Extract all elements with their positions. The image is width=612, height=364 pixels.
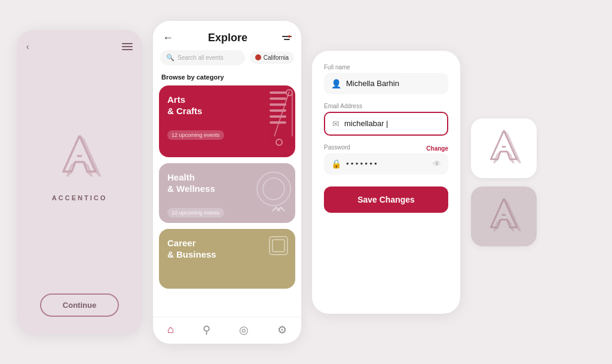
logo-area: ACCENTICO — [52, 131, 107, 201]
user-icon: 👤 — [331, 79, 341, 88]
lock-icon: 🔒 — [331, 159, 341, 169]
search-row: 🔍 Search all events California — [153, 50, 301, 71]
career-decoration — [267, 234, 290, 258]
svg-rect-3 — [270, 103, 286, 106]
password-field: 🔒 ●●●●●●● 👁 — [324, 153, 448, 175]
save-changes-button[interactable]: Save Changes — [324, 186, 448, 213]
full-name-group: Full name 👤 Michella Barhin — [324, 64, 448, 94]
health-chevrons — [271, 205, 289, 217]
nav-settings-icon[interactable]: ⚙ — [277, 323, 287, 337]
main-container: ‹ ACCENTICO Continue — [0, 0, 612, 364]
change-password-link[interactable]: Change — [426, 145, 448, 152]
logo-light-box — [471, 118, 537, 178]
continue-button[interactable]: Continue — [40, 293, 119, 317]
full-name-field: 👤 Michella Barhin — [324, 73, 448, 94]
browse-label: Browse by category — [153, 71, 301, 85]
svg-rect-14 — [273, 240, 284, 252]
password-row: Password Change — [324, 144, 448, 153]
email-icon: ✉ — [332, 119, 339, 129]
nav-home-icon[interactable]: ⌂ — [167, 323, 174, 336]
email-label: Email Address — [324, 103, 448, 109]
arts-events-count: 12 upcoming events — [167, 130, 224, 140]
password-dots: ●●●●●●● — [346, 161, 379, 166]
logo-dark-box — [471, 186, 537, 246]
explore-title: Explore — [208, 32, 247, 44]
topbar: ‹ — [26, 42, 133, 51]
location-badge[interactable]: California — [250, 51, 294, 64]
svg-rect-6 — [270, 121, 286, 124]
svg-point-12 — [263, 178, 284, 200]
brand-name: ACCENTICO — [52, 194, 107, 201]
svg-rect-4 — [270, 109, 286, 112]
logo-dark — [482, 195, 525, 238]
hide-password-icon[interactable]: 👁 — [433, 159, 441, 169]
password-group: Password Change 🔒 ●●●●●●● 👁 — [324, 144, 448, 175]
health-decoration — [250, 168, 292, 210]
category-card-health[interactable]: Health & Wellness 10 upcoming events — [159, 163, 295, 223]
app-logo — [53, 131, 106, 185]
back-icon[interactable]: ‹ — [26, 42, 29, 51]
categories-list: Arts & Crafts 12 upcoming events — [153, 85, 301, 313]
splash-screen: ‹ ACCENTICO Continue — [17, 30, 142, 335]
health-events-count: 10 upcoming events — [167, 208, 224, 218]
category-card-career[interactable]: Career & Business — [159, 229, 295, 289]
location-dot-icon — [255, 54, 261, 60]
logo-light — [482, 127, 525, 170]
search-placeholder: Search all events — [178, 54, 224, 61]
explore-header: ← Explore — [153, 21, 301, 50]
svg-rect-1 — [270, 91, 286, 94]
explore-back-icon[interactable]: ← — [163, 32, 173, 44]
profile-form: Full name 👤 Michella Barhin Email Addres… — [312, 51, 460, 314]
svg-point-9 — [276, 139, 282, 145]
logo-variants — [471, 118, 537, 246]
explore-screen: ← Explore 🔍 Search all events California… — [153, 21, 301, 344]
arts-decoration — [238, 85, 295, 157]
category-card-arts[interactable]: Arts & Crafts 12 upcoming events — [159, 85, 295, 157]
email-input[interactable] — [344, 119, 445, 128]
svg-rect-5 — [270, 115, 286, 118]
location-text: California — [264, 54, 289, 61]
nav-location-icon[interactable]: ◎ — [239, 323, 249, 337]
email-field[interactable]: ✉ — [324, 112, 448, 136]
full-name-label: Full name — [324, 64, 448, 71]
email-group: Email Address ✉ — [324, 103, 448, 136]
filter-button[interactable] — [282, 36, 292, 40]
search-icon: 🔍 — [166, 54, 175, 62]
menu-icon[interactable] — [122, 43, 133, 50]
explore-navbar: ⌂ ⚲ ◎ ⚙ — [153, 317, 301, 344]
password-label: Password — [324, 144, 350, 151]
search-box[interactable]: 🔍 Search all events — [160, 50, 245, 65]
svg-rect-2 — [270, 97, 286, 100]
svg-point-11 — [257, 172, 290, 206]
nav-search-icon[interactable]: ⚲ — [203, 323, 210, 337]
full-name-value: Michella Barhin — [346, 79, 399, 88]
